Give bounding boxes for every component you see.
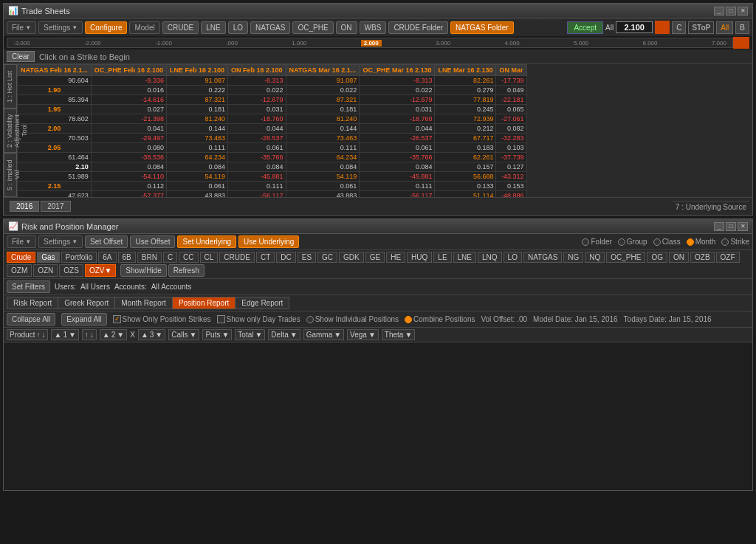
show-position-strikes-checkbox[interactable]: Show Only Position Strikes bbox=[113, 315, 211, 323]
inst-crude-tab[interactable]: CRUDE bbox=[219, 252, 255, 263]
greek-report-tab[interactable]: Greek Report bbox=[58, 297, 114, 309]
inst-gdk[interactable]: GDK bbox=[339, 252, 364, 263]
model-button[interactable]: Model bbox=[129, 21, 159, 34]
inst-lnq[interactable]: LNQ bbox=[478, 252, 502, 263]
set-underlying-button[interactable]: Set Underlying bbox=[177, 235, 236, 248]
inst-es[interactable]: ES bbox=[298, 252, 316, 263]
inst-ng[interactable]: NG bbox=[563, 252, 583, 263]
accept-button[interactable]: Accept bbox=[567, 21, 603, 34]
inst-brn[interactable]: BRN bbox=[137, 252, 162, 263]
refresh-button[interactable]: Refresh bbox=[168, 264, 205, 277]
product-filter[interactable]: Product ↑ ↓ bbox=[7, 329, 48, 340]
settings-menu-button[interactable]: Settings ▼ bbox=[38, 21, 83, 34]
all-button[interactable]: All bbox=[716, 21, 733, 34]
minimize-button[interactable]: _ bbox=[714, 7, 724, 16]
inst-og[interactable]: OG bbox=[647, 252, 667, 263]
inst-portfolio[interactable]: Portfolio bbox=[61, 252, 97, 263]
inst-oc-phe[interactable]: OC_PHE bbox=[606, 252, 645, 263]
slider-track[interactable]: -3.000 -2.000 -1.000 .000 1.000 2.000 3.… bbox=[7, 38, 733, 48]
radio-folder[interactable]: Folder bbox=[582, 238, 611, 246]
rpm-minimize-button[interactable]: _ bbox=[714, 222, 724, 231]
strike-cell[interactable]: 1.90 bbox=[18, 86, 92, 95]
inst-6a[interactable]: 6A bbox=[98, 252, 116, 263]
set-offset-button[interactable]: Set Offset bbox=[85, 235, 128, 248]
radio-class[interactable]: Class bbox=[653, 238, 681, 246]
risk-report-tab[interactable]: Risk Report bbox=[7, 297, 58, 309]
delta-filter[interactable]: Delta ▼ bbox=[268, 329, 300, 340]
filter-a2[interactable]: ↑↓ bbox=[82, 329, 97, 340]
clear-button[interactable]: Clear bbox=[7, 51, 35, 62]
tab-oc-phe[interactable]: OC_PHE bbox=[292, 21, 333, 34]
inst-le[interactable]: LE bbox=[433, 252, 451, 263]
tab-on[interactable]: ON bbox=[336, 21, 357, 34]
show-day-trades-checkbox[interactable]: Show only Day Trades bbox=[217, 315, 300, 323]
rpm-settings-button[interactable]: Settings ▼ bbox=[38, 235, 83, 248]
tab-natgas-folder[interactable]: NATGAS Folder bbox=[450, 21, 514, 34]
tab-natgas[interactable]: NATGAS bbox=[250, 21, 290, 34]
radio-strike[interactable]: Strike bbox=[721, 238, 749, 246]
inst-nq[interactable]: NQ bbox=[585, 252, 605, 263]
filter-a4[interactable]: ▲3▼ bbox=[138, 329, 165, 340]
tab-lne[interactable]: LNE bbox=[201, 21, 225, 34]
use-underlying-button[interactable]: Use Underlying bbox=[238, 235, 299, 248]
rpm-maximize-button[interactable]: □ bbox=[726, 222, 736, 231]
tab-crude[interactable]: CRUDE bbox=[162, 21, 199, 34]
strike-cell[interactable]: 2.00 bbox=[18, 124, 92, 134]
close-button[interactable]: ✕ bbox=[738, 7, 748, 16]
strike-cell[interactable]: 2.10 bbox=[18, 162, 92, 172]
inst-gas[interactable]: Gas bbox=[37, 252, 59, 263]
gamma-filter[interactable]: Gamma ▼ bbox=[303, 329, 344, 340]
inst-cc[interactable]: CC bbox=[179, 252, 198, 263]
inst-ct[interactable]: CT bbox=[256, 252, 275, 263]
inst-cl[interactable]: CL bbox=[200, 252, 219, 263]
inst-ozb[interactable]: OZB bbox=[690, 252, 715, 263]
year-2017-tab[interactable]: 2017 bbox=[41, 201, 70, 212]
strike-cell[interactable]: 2.15 bbox=[18, 182, 92, 191]
inst-ozs[interactable]: OZS bbox=[59, 264, 83, 277]
tab-wbs[interactable]: WBS bbox=[360, 21, 387, 34]
inst-ge[interactable]: GE bbox=[365, 252, 385, 263]
calls-filter[interactable]: Calls ▼ bbox=[168, 329, 199, 340]
b-button[interactable]: B bbox=[735, 21, 749, 34]
inst-ozf[interactable]: OZF bbox=[716, 252, 740, 263]
rpm-close-button[interactable]: ✕ bbox=[738, 222, 748, 231]
inst-crude[interactable]: Crude bbox=[7, 252, 35, 263]
puts-filter[interactable]: Puts ▼ bbox=[202, 329, 232, 340]
inst-on[interactable]: ON bbox=[669, 252, 689, 263]
combine-positions-radio[interactable]: Combine Positions bbox=[405, 315, 475, 323]
show-hide-button[interactable]: Show/Hide bbox=[120, 264, 166, 277]
inst-he[interactable]: HE bbox=[386, 252, 405, 263]
set-filters-button[interactable]: Set Filters bbox=[7, 280, 50, 293]
total-filter[interactable]: Total ▼ bbox=[235, 329, 265, 340]
rpm-file-button[interactable]: File ▼ bbox=[7, 235, 36, 248]
inst-huq[interactable]: HUQ bbox=[407, 252, 432, 263]
slider-bar[interactable]: -3.000 -2.000 -1.000 .000 1.000 2.000 3.… bbox=[4, 36, 752, 49]
position-report-tab[interactable]: Position Report bbox=[172, 297, 235, 309]
data-grid-container[interactable]: NATGAS Feb 16 2.1... OC_PHE Feb 16 2.100… bbox=[17, 64, 752, 197]
inst-ozm[interactable]: OZM bbox=[7, 264, 32, 277]
inst-natgas[interactable]: NATGAS bbox=[523, 252, 562, 263]
use-offset-button[interactable]: Use Offset bbox=[130, 235, 175, 248]
vega-filter[interactable]: Vega ▼ bbox=[347, 329, 379, 340]
stop-button[interactable]: SToP bbox=[688, 21, 714, 34]
inst-lne[interactable]: LNE bbox=[453, 252, 476, 263]
filter-a1[interactable]: ▲1▼ bbox=[51, 329, 78, 340]
inst-6b[interactable]: 6B bbox=[118, 252, 136, 263]
inst-dc[interactable]: DC bbox=[276, 252, 295, 263]
file-menu-button[interactable]: File ▼ bbox=[7, 21, 36, 34]
edge-report-tab[interactable]: Edge Report bbox=[235, 297, 289, 309]
inst-ozv[interactable]: OZV▼ bbox=[85, 264, 116, 277]
month-report-tab[interactable]: Month Report bbox=[114, 297, 172, 309]
collapse-all-button[interactable]: Collapse All bbox=[7, 313, 55, 326]
expand-all-button[interactable]: Expand All bbox=[61, 313, 106, 326]
radio-group-item[interactable]: Group bbox=[618, 238, 647, 246]
inst-lo[interactable]: LO bbox=[504, 252, 522, 263]
filter-a3[interactable]: ▲2▼ bbox=[100, 329, 127, 340]
strike-cell[interactable]: 1.95 bbox=[18, 105, 92, 114]
inst-gc[interactable]: GC bbox=[317, 252, 337, 263]
theta-filter[interactable]: Theta ▼ bbox=[382, 329, 415, 340]
maximize-button[interactable]: □ bbox=[726, 7, 736, 16]
individual-positions-radio[interactable]: Show Individual Positions bbox=[306, 315, 399, 323]
tab-crude-folder[interactable]: CRUDE Folder bbox=[388, 21, 448, 34]
year-2016-tab[interactable]: 2016 bbox=[10, 201, 39, 212]
